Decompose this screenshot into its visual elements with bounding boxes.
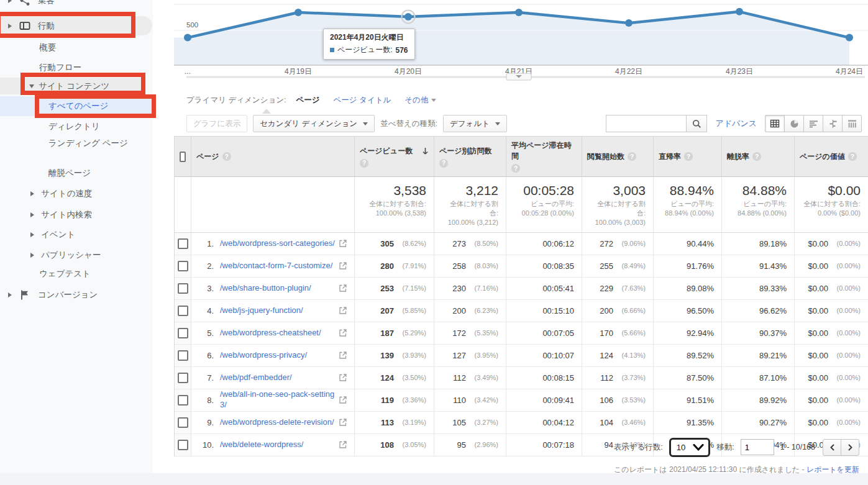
data-point[interactable]: [184, 34, 191, 42]
row-checkbox[interactable]: [178, 328, 188, 338]
row-checkbox[interactable]: [178, 238, 188, 249]
bounce-rate-cell: 87.50%: [654, 367, 722, 389]
sidebar-item-すべてのページ[interactable]: すべてのページ: [0, 96, 155, 116]
search-button[interactable]: [686, 115, 707, 132]
column-header-直帰率[interactable]: 直帰率?: [654, 137, 722, 177]
rows-per-page-select[interactable]: 10: [669, 438, 710, 457]
tab-page[interactable]: ページ: [296, 95, 319, 106]
row-checkbox[interactable]: [178, 373, 188, 383]
pageviews-percent: (3.36%): [394, 396, 426, 404]
open-page-button[interactable]: [336, 240, 347, 247]
sidebar-item-集客[interactable]: 集客: [0, 0, 55, 9]
data-point[interactable]: [404, 13, 412, 20]
column-header-ページの価値[interactable]: ページの価値?: [795, 137, 868, 177]
data-point[interactable]: [295, 9, 302, 16]
column-header-離脱率[interactable]: 離脱率?: [722, 137, 795, 177]
open-page-button[interactable]: [336, 329, 347, 337]
sidebar-item-概要[interactable]: 概要: [0, 40, 56, 56]
entrances-percent: (7.63%): [613, 284, 646, 292]
sidebar-item-ランディング ページ[interactable]: ランディング ページ: [0, 136, 147, 165]
sidebar-item-コンバージョン[interactable]: コンバージョン: [0, 287, 98, 303]
page-link[interactable]: /web/pdf-embedder/: [220, 373, 292, 383]
help-icon[interactable]: ?: [628, 152, 636, 161]
page-link[interactable]: /web/wordpress-cheatsheet/: [220, 328, 321, 338]
entrances-cell: 170(5.66%): [582, 322, 654, 345]
unique-pageviews-value: 258: [442, 261, 466, 271]
percentage-view-button[interactable]: [784, 115, 804, 132]
sidebar-item-サイト内検索[interactable]: サイト内検索: [0, 207, 92, 223]
comparison-view-button[interactable]: [823, 115, 843, 132]
search-input[interactable]: [606, 115, 686, 132]
help-icon[interactable]: ?: [439, 159, 448, 168]
open-page-button[interactable]: [336, 374, 347, 381]
page-link[interactable]: /web/wordpress-delete-revision/: [220, 417, 334, 428]
data-point[interactable]: [515, 9, 523, 16]
column-header-ページ別訪問数[interactable]: ページ別訪問数?: [434, 137, 506, 177]
exit-rate-value: 87.10%: [759, 373, 787, 383]
open-page-button[interactable]: [336, 396, 347, 404]
select-all-checkbox[interactable]: [180, 152, 186, 162]
avg-time-on-page-value: 00:10:07: [542, 351, 574, 360]
row-checkbox-cell: [175, 322, 191, 345]
advanced-link[interactable]: アドバンス: [715, 118, 757, 129]
open-page-button[interactable]: [336, 284, 347, 292]
refresh-report-link[interactable]: レポートを更新: [806, 465, 859, 474]
row-checkbox[interactable]: [178, 306, 188, 316]
previous-page-button[interactable]: [823, 439, 841, 456]
tab-other[interactable]: その他: [404, 95, 436, 106]
open-page-button[interactable]: [336, 307, 347, 314]
secondary-dimension-button[interactable]: セカンダリ ディメンション: [253, 115, 375, 132]
column-header-平均ページ滞在時間[interactable]: 平均ページ滞在時間?: [506, 137, 582, 177]
row-checkbox[interactable]: [178, 261, 188, 271]
column-header-ページ[interactable]: ページ?: [191, 137, 355, 177]
help-icon[interactable]: ?: [360, 159, 368, 168]
open-page-button[interactable]: [336, 351, 347, 359]
sidebar-item-ウェブテスト[interactable]: ウェブテスト: [0, 266, 91, 282]
open-in-new-icon: [339, 374, 347, 381]
table-view-button[interactable]: [765, 115, 785, 132]
sort-type-button[interactable]: デフォルト: [443, 115, 507, 132]
data-point[interactable]: [736, 8, 743, 16]
performance-view-button[interactable]: [803, 115, 823, 132]
help-icon[interactable]: ?: [684, 152, 693, 161]
page-link[interactable]: /web/wordpress-privacy/: [220, 350, 307, 361]
row-checkbox[interactable]: [178, 350, 188, 361]
sidebar-item-行動[interactable]: 行動: [0, 16, 152, 35]
data-point[interactable]: [625, 19, 633, 27]
page-link[interactable]: /web/js-jquery-function/: [220, 306, 303, 316]
page-link[interactable]: /web/contact-form-7-customize/: [220, 261, 332, 271]
sidebar-item-イベント[interactable]: イベント: [0, 227, 75, 243]
goto-page-input[interactable]: [741, 439, 774, 455]
column-header-閲覧開始数[interactable]: 閲覧開始数?: [582, 137, 654, 177]
page-link[interactable]: /web/all-in-one-seo-pack-setting3/: [220, 389, 336, 410]
sidebar-item-ディレクトリ[interactable]: ディレクトリ: [0, 119, 100, 135]
page-link[interactable]: /web/share-button-plugin/: [220, 283, 311, 294]
page-link[interactable]: /web/wordpress-sort-categories/: [220, 238, 335, 249]
pageviews-percent: (3.19%): [394, 419, 426, 426]
sidebar-item-サイト コンテンツ[interactable]: サイト コンテンツ: [0, 78, 145, 94]
sidebar-item-行動フロー[interactable]: 行動フロー: [0, 60, 81, 76]
row-checkbox-cell: [175, 389, 191, 412]
help-icon[interactable]: ?: [752, 152, 761, 161]
open-page-button[interactable]: [336, 262, 347, 270]
tab-page-title[interactable]: ページ タイトル: [334, 95, 391, 106]
pageviews-line-chart[interactable]: 500...4月19日4月20日4月21日4月22日4月23日4月24日: [174, 0, 868, 83]
page-cell: 2./web/contact-form-7-customize/: [191, 255, 355, 278]
column-header-ページビュー数[interactable]: ページビュー数?: [355, 137, 434, 177]
exit-rate-cell: 89.21%: [722, 345, 795, 367]
row-checkbox[interactable]: [178, 395, 188, 406]
page-cell: 1./web/wordpress-sort-categories/: [191, 233, 355, 255]
next-page-button[interactable]: [841, 439, 859, 456]
row-checkbox[interactable]: [178, 417, 188, 428]
row-checkbox[interactable]: [178, 283, 188, 294]
open-page-button[interactable]: [336, 419, 347, 426]
sidebar-item-サイトの速度[interactable]: サイトの速度: [0, 186, 92, 202]
help-icon[interactable]: ?: [222, 152, 231, 161]
sidebar-item-パブリッシャー[interactable]: パブリッシャー: [0, 247, 101, 263]
help-icon[interactable]: ?: [511, 164, 520, 173]
data-point[interactable]: [846, 34, 853, 42]
pivot-view-button[interactable]: [842, 115, 862, 132]
selected-tab-notch: [262, 109, 271, 114]
sidebar-item-離脱ページ[interactable]: 離脱ページ: [0, 165, 91, 181]
help-icon[interactable]: ?: [848, 152, 857, 161]
